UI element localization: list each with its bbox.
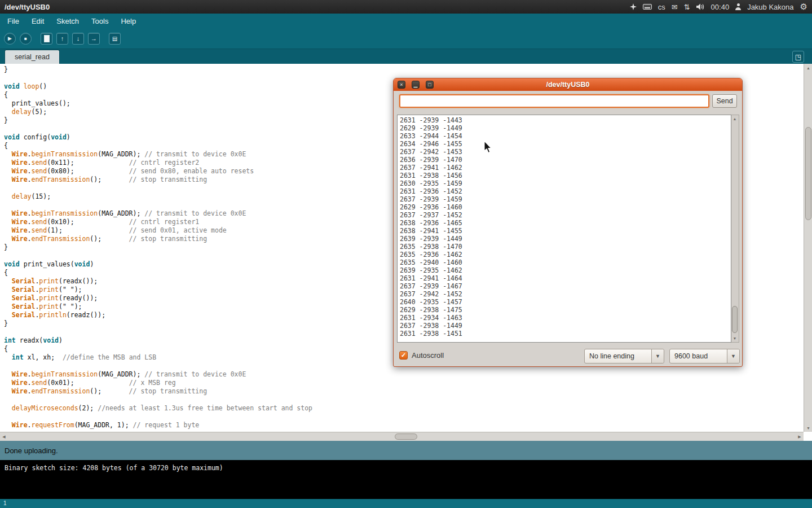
keyboard-icon[interactable] [643,4,652,10]
serial-line: 2640 -2935 -1457 [400,298,729,306]
keyboard-layout-label[interactable]: cs [658,3,665,11]
status-bar: Done uploading. [0,441,812,460]
stop-button[interactable]: ■ [20,33,32,45]
mail-icon[interactable]: ✉ [672,3,678,11]
scroll-up-arrow-icon[interactable]: ▲ [804,64,812,72]
editor-vscroll-handle[interactable] [805,127,811,220]
baud-rate-dropdown[interactable]: 9600 baud ▼ [669,349,740,364]
serial-line: 2631 -2936 -1452 [400,187,729,195]
scroll-left-arrow-icon[interactable]: ◀ [0,432,8,441]
serial-scroll-handle[interactable] [732,306,738,333]
ide-toolbar: ▶ ■ ↑ ↓ → ▤ [0,28,812,49]
serial-line: 2638 -2941 -1455 [400,227,729,235]
serial-line: 2633 -2944 -1454 [400,132,729,140]
serial-output-scrollbar[interactable]: ▲ ▼ [731,115,739,343]
menu-edit[interactable]: Edit [25,15,50,28]
user-icon [735,3,741,10]
line-number-strip: 1 [0,499,812,508]
serial-line: 2637 -2941 -1462 [400,164,729,172]
volume-icon[interactable] [696,3,705,10]
menu-help[interactable]: Help [114,15,142,28]
tab-menu-button[interactable]: ◳ [792,51,804,63]
user-menu-label[interactable]: Jakub Kakona [747,3,793,11]
code-line [4,396,804,404]
serial-line: 2631 -2938 -1451 [400,330,729,338]
serial-line: 2634 -2946 -1455 [400,140,729,148]
serial-line: 2639 -2939 -1449 [400,235,729,243]
serial-line: 2637 -2938 -1449 [400,322,729,330]
scroll-down-arrow-icon[interactable]: ▼ [731,335,738,342]
new-file-icon [44,35,50,42]
sparkle-indicator-icon[interactable] [630,3,637,10]
serial-monitor-button[interactable]: ▤ [109,33,121,45]
tab-serial-read[interactable]: serial_read [5,50,60,64]
network-arrows-icon[interactable]: ⇅ [684,3,690,11]
line-number: 1 [3,500,7,506]
menu-bar: File Edit Sketch Tools Help [0,14,812,28]
scroll-right-arrow-icon[interactable]: ▶ [796,432,804,441]
autoscroll-checkbox[interactable]: ✓ [399,351,408,360]
serial-window-titlebar[interactable]: × ▁ □ /dev/ttyUSB0 [394,78,742,91]
menu-file[interactable]: File [1,15,25,28]
status-text: Done uploading. [5,446,58,455]
menu-sketch[interactable]: Sketch [50,15,85,28]
serial-monitor-icon: ▤ [112,36,117,42]
play-icon: ▶ [8,36,12,41]
arrow-down-icon: ↓ [77,35,80,42]
baud-rate-value: 9600 baud [670,352,727,360]
save-sketch-button[interactable]: ↓ [72,33,84,45]
close-icon[interactable]: × [398,81,405,89]
scroll-up-arrow-icon[interactable]: ▲ [731,115,738,122]
stop-icon: ■ [24,36,27,41]
serial-line: 2638 -2936 -1465 [400,219,729,227]
minimize-icon[interactable]: ▁ [412,81,420,89]
serial-line: 2629 -2936 -1460 [400,203,729,211]
code-line: } [4,65,804,74]
menu-tools[interactable]: Tools [85,15,114,28]
chevron-down-icon[interactable]: ▼ [727,349,739,363]
tab-label: serial_read [15,53,50,61]
maximize-icon[interactable]: □ [426,81,434,89]
serial-controls-row: ✓ Autoscroll No line ending ▼ 9600 baud … [394,348,742,365]
serial-line: 2631 -2934 -1463 [400,314,729,322]
editor-hscroll-handle[interactable] [395,433,417,440]
serial-line: 2630 -2935 -1459 [400,179,729,187]
new-sketch-button[interactable] [41,33,52,45]
serial-line: 2631 -2939 -1443 [400,116,729,124]
chevron-down-icon[interactable]: ▼ [651,349,664,363]
editor-horizontal-scrollbar[interactable]: ◀ ▶ [0,432,804,441]
serial-line: 2631 -2938 -1456 [400,172,729,179]
gear-icon[interactable]: ⚙ [800,2,807,12]
line-ending-dropdown[interactable]: No line ending ▼ [584,349,664,364]
arrow-up-icon: ↑ [61,35,64,42]
serial-line: 2629 -2938 -1475 [400,306,729,314]
editor-vertical-scrollbar[interactable]: ▲ ▼ [804,64,812,432]
serial-line: 2639 -2935 -1462 [400,266,729,274]
upload-button[interactable]: → [88,33,100,45]
serial-line: 2637 -2939 -1459 [400,195,729,203]
serial-monitor-window: × ▁ □ /dev/ttyUSB0 Send 2631 -2939 -1443… [393,78,743,367]
serial-line: 2637 -2942 -1452 [400,290,729,298]
open-sketch-button[interactable]: ↑ [56,33,68,45]
code-line: Wire.send(0x01); // x MSB reg [4,379,804,387]
scroll-down-arrow-icon[interactable]: ▼ [804,424,812,432]
verify-button[interactable]: ▶ [4,33,16,45]
send-button[interactable]: Send [712,94,737,108]
tab-menu-icon: ◳ [795,53,801,61]
serial-line: 2637 -2939 -1467 [400,282,729,290]
serial-line: 2637 -2942 -1453 [400,148,729,156]
code-line: delayMicroseconds(2); //needs at least 1… [4,404,804,413]
serial-output-wrap: 2631 -2939 -14432629 -2939 -14492633 -29… [397,115,739,343]
serial-line: 2629 -2939 -1449 [400,124,729,132]
code-line [4,413,804,421]
arrow-right-icon: → [91,35,97,42]
clock-label[interactable]: 00:40 [711,3,730,11]
tab-strip: serial_read ◳ [0,49,812,64]
serial-line: 2635 -2938 -1470 [400,243,729,251]
active-window-title: /dev/ttyUSB0 [5,3,50,11]
console-text: Binary sketch size: 4208 bytes (of a 307… [5,464,223,472]
serial-send-input[interactable] [399,94,709,108]
serial-line: 2631 -2941 -1464 [400,274,729,282]
serial-line: 2635 -2936 -1462 [400,251,729,259]
code-line: Wire.requestFrom(MAG_ADDR, 1); // reques… [4,421,804,430]
